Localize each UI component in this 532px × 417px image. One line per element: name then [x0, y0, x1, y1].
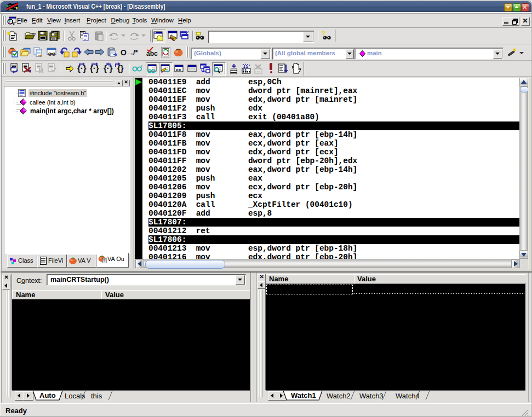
svg-text:ox: ox — [176, 67, 181, 72]
svg-text:?: ? — [322, 31, 325, 37]
